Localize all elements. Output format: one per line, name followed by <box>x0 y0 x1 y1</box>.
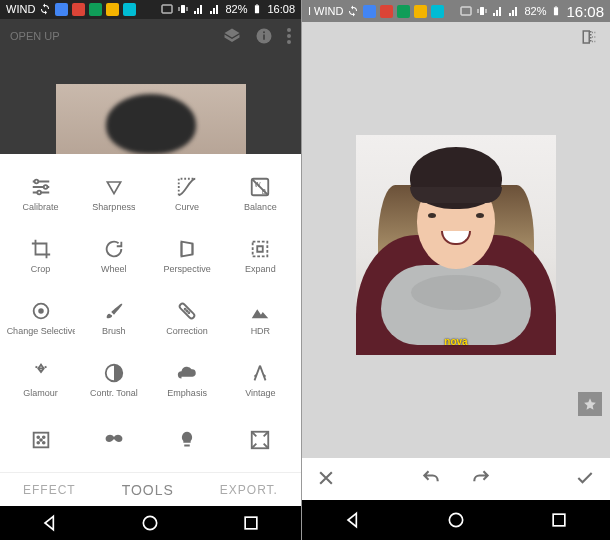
nav-recent-icon[interactable] <box>549 510 569 530</box>
tool-sharpness[interactable]: Sharpness <box>77 162 150 224</box>
app-icon <box>414 5 427 18</box>
app-icon <box>363 5 376 18</box>
tab-effect[interactable]: EFFECT <box>23 483 76 497</box>
svg-point-31 <box>144 516 157 529</box>
svg-rect-34 <box>480 7 484 15</box>
svg-rect-39 <box>553 514 565 526</box>
nav-home-icon[interactable] <box>446 510 466 530</box>
sync-icon <box>347 5 359 17</box>
redo-button[interactable] <box>470 468 492 490</box>
svg-point-38 <box>449 513 462 526</box>
tool-balance[interactable]: WBBalance <box>224 162 297 224</box>
nav-recent-icon[interactable] <box>241 513 261 533</box>
tool-curve[interactable]: Curve <box>151 162 224 224</box>
app-icon <box>106 3 119 16</box>
frame-icon <box>248 428 272 452</box>
tool-brush[interactable]: Brush <box>77 286 150 348</box>
lightbulb-icon <box>175 428 199 452</box>
curve-icon <box>175 175 199 199</box>
svg-rect-16 <box>253 241 268 256</box>
mountains-icon <box>248 299 272 323</box>
tool-hdr[interactable]: HDR <box>224 286 297 348</box>
nav-home-icon[interactable] <box>140 513 160 533</box>
status-bar-right: I WIND 82% 16:08 <box>302 0 610 22</box>
nav-back-icon[interactable] <box>40 513 60 533</box>
editor-preview-dimmed: OPEN UP <box>0 19 301 155</box>
svg-rect-5 <box>263 34 265 39</box>
wb-icon: WB <box>248 175 272 199</box>
tool-expand[interactable]: Expand <box>224 224 297 286</box>
tool-frame[interactable] <box>224 410 297 472</box>
svg-point-28 <box>42 441 44 443</box>
tool-mustache[interactable] <box>77 410 150 472</box>
svg-point-22 <box>187 310 188 311</box>
svg-point-10 <box>34 179 38 183</box>
signal-icon <box>492 5 504 17</box>
tool-correction[interactable]: Correction <box>151 286 224 348</box>
info-icon[interactable] <box>255 27 273 45</box>
tool-perspective[interactable]: Perspective <box>151 224 224 286</box>
tool-selective[interactable]: Change Selective <box>4 286 77 348</box>
compare-icon[interactable] <box>580 28 600 46</box>
perspective-icon <box>175 237 199 261</box>
mustache-icon <box>102 428 126 452</box>
tab-export[interactable]: EXPORT. <box>220 483 278 497</box>
battery-icon <box>251 3 263 15</box>
svg-rect-32 <box>245 517 257 529</box>
tab-tools[interactable]: TOOLS <box>122 482 174 498</box>
svg-point-9 <box>287 40 291 44</box>
nav-back-icon[interactable] <box>343 510 363 530</box>
tool-vintage[interactable]: Vintage <box>224 348 297 410</box>
app-icon <box>123 3 136 16</box>
sliders-icon <box>29 175 53 199</box>
svg-point-8 <box>287 34 291 38</box>
svg-point-18 <box>39 309 43 313</box>
svg-point-25 <box>37 436 39 438</box>
favorite-badge[interactable] <box>578 392 602 416</box>
close-button[interactable] <box>316 468 338 490</box>
vibrate-icon <box>476 5 488 17</box>
svg-rect-33 <box>461 7 471 15</box>
battery-text: 82% <box>524 5 546 17</box>
app-icon <box>397 5 410 18</box>
editor-canvas[interactable]: nova <box>302 52 610 458</box>
layers-icon[interactable] <box>223 27 241 45</box>
clock-text: 16:08 <box>267 3 295 15</box>
app-icon <box>55 3 68 16</box>
android-nav-bar <box>302 500 610 540</box>
more-icon[interactable] <box>287 28 291 44</box>
svg-point-6 <box>263 31 265 33</box>
bottom-tabs: EFFECT TOOLS EXPORT. <box>0 472 301 506</box>
diamond-icon <box>29 361 53 385</box>
rotate-icon <box>102 237 126 261</box>
tool-crop[interactable]: Crop <box>4 224 77 286</box>
svg-point-27 <box>37 441 39 443</box>
action-bar <box>302 458 610 500</box>
tool-grain[interactable] <box>4 410 77 472</box>
tool-wheel[interactable]: Wheel <box>77 224 150 286</box>
signal-icon <box>193 3 205 15</box>
svg-rect-2 <box>255 6 259 14</box>
vintage-icon <box>248 361 272 385</box>
undo-button[interactable] <box>420 468 442 490</box>
app-icon <box>431 5 444 18</box>
nfc-icon <box>460 5 472 17</box>
tool-glamour[interactable]: Glamour <box>4 348 77 410</box>
nfc-icon <box>161 3 173 15</box>
compare-toolbar <box>302 22 610 52</box>
clock-text: 16:08 <box>566 3 604 20</box>
brush-icon <box>102 299 126 323</box>
bandaid-icon <box>175 299 199 323</box>
android-nav-bar <box>0 506 301 540</box>
battery-text: 82% <box>225 3 247 15</box>
confirm-button[interactable] <box>574 468 596 490</box>
triangle-down-icon <box>102 175 126 199</box>
tool-tonal-contrast[interactable]: Contr. Tonal <box>77 348 150 410</box>
svg-rect-1 <box>181 5 185 13</box>
svg-rect-36 <box>556 6 558 7</box>
tool-calibrate[interactable]: Calibrate <box>4 162 77 224</box>
tool-emphasis[interactable]: Emphasis <box>151 348 224 410</box>
svg-point-12 <box>37 190 41 194</box>
svg-point-21 <box>188 312 189 313</box>
tool-lightbulb[interactable] <box>151 410 224 472</box>
